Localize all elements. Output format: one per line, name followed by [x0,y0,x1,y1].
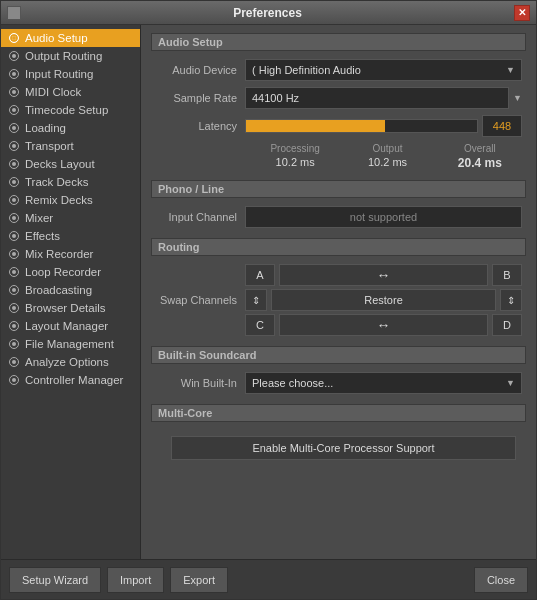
sidebar-dot-midi-clock [9,87,19,97]
input-channel-row: Input Channel not supported [151,206,526,228]
swap-ab-arrow-button[interactable]: ↔ [279,264,488,286]
sidebar-item-input-routing[interactable]: Input Routing [1,65,140,83]
import-button[interactable]: Import [107,567,164,593]
sidebar-label-track-decks: Track Decks [25,176,88,188]
sidebar-item-track-decks[interactable]: Track Decks [1,173,140,191]
sidebar-dot-audio-setup [9,33,19,43]
win-builtin-dropdown-arrow-icon: ▼ [506,378,515,388]
sidebar-label-controller-manager: Controller Manager [25,374,123,386]
sidebar-item-mixer[interactable]: Mixer [1,209,140,227]
restore-button[interactable]: Restore [271,289,496,311]
sidebar-label-layout-manager: Layout Manager [25,320,108,332]
routing-section: Routing Swap Channels A ↔ B ⇕ Restore ⇕ [151,238,526,336]
sidebar: Audio SetupOutput RoutingInput RoutingMI… [1,25,141,559]
sidebar-item-audio-setup[interactable]: Audio Setup [1,29,140,47]
sidebar-item-timecode-setup[interactable]: Timecode Setup [1,101,140,119]
sidebar-item-remix-decks[interactable]: Remix Decks [1,191,140,209]
audio-device-value: ( High Definition Audio [252,64,361,76]
sidebar-dot-loading [9,123,19,133]
sidebar-label-audio-setup: Audio Setup [25,32,88,44]
win-builtin-control: Please choose... ▼ [245,372,522,394]
win-builtin-value: Please choose... [252,377,333,389]
latency-row: Latency 448 [151,115,526,137]
sample-rate-arrow-icon: ▼ [513,93,522,103]
multicore-section: Multi-Core Enable Multi-Core Processor S… [151,404,526,466]
sidebar-label-transport: Transport [25,140,74,152]
audio-device-dropdown[interactable]: ( High Definition Audio ▼ [245,59,522,81]
latency-slider[interactable] [245,119,478,133]
audio-setup-section: Audio Setup Audio Device ( High Definiti… [151,33,526,170]
sidebar-label-remix-decks: Remix Decks [25,194,93,206]
sidebar-dot-analyze-options [9,357,19,367]
updown-left-button[interactable]: ⇕ [245,289,267,311]
sidebar-item-decks-layout[interactable]: Decks Layout [1,155,140,173]
sidebar-dot-broadcasting [9,285,19,295]
close-window-button[interactable]: ✕ [514,5,530,21]
sidebar-label-input-routing: Input Routing [25,68,93,80]
sidebar-item-mix-recorder[interactable]: Mix Recorder [1,245,140,263]
win-builtin-dropdown[interactable]: Please choose... ▼ [245,372,522,394]
channel-d-button[interactable]: D [492,314,522,336]
sidebar-label-midi-clock: MIDI Clock [25,86,81,98]
sidebar-label-mix-recorder: Mix Recorder [25,248,93,260]
input-channel-label: Input Channel [155,211,245,223]
processing-value: 10.2 ms [249,156,341,168]
sample-rate-label: Sample Rate [155,92,245,104]
sidebar-item-analyze-options[interactable]: Analyze Options [1,353,140,371]
channel-b-button[interactable]: B [492,264,522,286]
sidebar-item-output-routing[interactable]: Output Routing [1,47,140,65]
overall-header: Overall [434,143,526,154]
sample-rate-value: 44100 Hz [245,87,509,109]
sidebar-item-midi-clock[interactable]: MIDI Clock [1,83,140,101]
overall-col: Overall 20.4 ms [434,143,526,170]
output-col: Output 10.2 ms [341,143,433,170]
processing-header: Processing [249,143,341,154]
sidebar-item-broadcasting[interactable]: Broadcasting [1,281,140,299]
sidebar-dot-loop-recorder [9,267,19,277]
latency-slider-fill [246,120,385,132]
sidebar-dot-decks-layout [9,159,19,169]
sidebar-label-output-routing: Output Routing [25,50,102,62]
sidebar-dot-track-decks [9,177,19,187]
audio-setup-header: Audio Setup [151,33,526,51]
audio-device-control: ( High Definition Audio ▼ [245,59,522,81]
win-builtin-row: Win Built-In Please choose... ▼ [151,372,526,394]
sidebar-dot-mixer [9,213,19,223]
setup-wizard-button[interactable]: Setup Wizard [9,567,101,593]
processing-col: Processing 10.2 ms [249,143,341,170]
sidebar-dot-browser-details [9,303,19,313]
sample-rate-control: 44100 Hz ▼ [245,87,522,109]
close-button[interactable]: Close [474,567,528,593]
sidebar-item-transport[interactable]: Transport [1,137,140,155]
sidebar-item-effects[interactable]: Effects [1,227,140,245]
sidebar-label-effects: Effects [25,230,60,242]
sidebar-item-loop-recorder[interactable]: Loop Recorder [1,263,140,281]
channel-a-button[interactable]: A [245,264,275,286]
enable-multicore-button[interactable]: Enable Multi-Core Processor Support [171,436,516,460]
overall-value: 20.4 ms [434,156,526,170]
sidebar-dot-remix-decks [9,195,19,205]
channel-c-button[interactable]: C [245,314,275,336]
timing-headers-row: Processing 10.2 ms Output 10.2 ms Overal… [151,143,526,170]
sidebar-dot-controller-manager [9,375,19,385]
sidebar-item-loading[interactable]: Loading [1,119,140,137]
sidebar-dot-file-management [9,339,19,349]
swap-channels-row: Swap Channels A ↔ B ⇕ Restore ⇕ [151,264,526,336]
sidebar-dot-layout-manager [9,321,19,331]
titlebar: Preferences ✕ [1,1,536,25]
sidebar-label-loading: Loading [25,122,66,134]
updown-right-button[interactable]: ⇕ [500,289,522,311]
sidebar-dot-transport [9,141,19,151]
latency-control: 448 [245,115,522,137]
input-channel-control: not supported [245,206,522,228]
sidebar-item-file-management[interactable]: File Management [1,335,140,353]
phono-section: Phono / Line Input Channel not supported [151,180,526,228]
sidebar-item-controller-manager[interactable]: Controller Manager [1,371,140,389]
sidebar-item-layout-manager[interactable]: Layout Manager [1,317,140,335]
sidebar-label-browser-details: Browser Details [25,302,106,314]
sidebar-dot-output-routing [9,51,19,61]
output-header: Output [341,143,433,154]
swap-cd-arrow-button[interactable]: ↔ [279,314,488,336]
sidebar-item-browser-details[interactable]: Browser Details [1,299,140,317]
export-button[interactable]: Export [170,567,228,593]
